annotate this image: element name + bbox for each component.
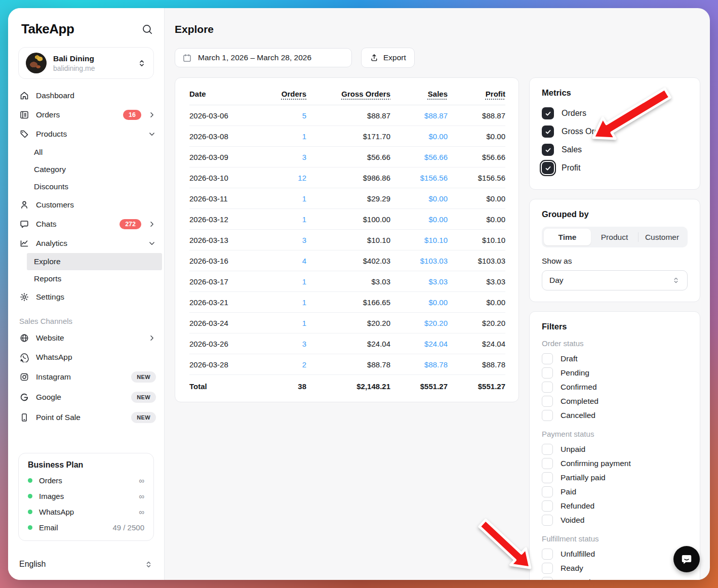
chevron-right-icon bbox=[148, 220, 156, 228]
cell-sales-link[interactable]: $0.00 bbox=[390, 292, 448, 313]
filter-option[interactable]: Paid bbox=[542, 485, 688, 498]
cell-sales-link[interactable]: $0.00 bbox=[390, 188, 448, 209]
checked-checkbox[interactable] bbox=[542, 144, 554, 156]
cell-sales-link[interactable]: $0.00 bbox=[390, 126, 448, 147]
channel-item-point-of-sale[interactable]: Point of Sale NEW bbox=[8, 407, 164, 428]
show-as-select[interactable]: Day bbox=[542, 270, 688, 290]
unchecked-checkbox[interactable] bbox=[542, 353, 553, 364]
metric-option-gross-orders[interactable]: Gross Orders bbox=[542, 123, 688, 140]
filter-option[interactable]: Confirming payment bbox=[542, 456, 688, 470]
sidebar-subitem-explore[interactable]: Explore bbox=[27, 253, 162, 270]
filter-option[interactable]: Draft bbox=[542, 352, 688, 365]
cell-orders-link[interactable]: 3 bbox=[260, 333, 306, 354]
cell-orders-link[interactable]: 2 bbox=[260, 354, 306, 375]
metric-option-orders[interactable]: Orders bbox=[542, 105, 688, 121]
cell-orders-link[interactable]: 5 bbox=[260, 105, 306, 126]
unchecked-checkbox[interactable] bbox=[542, 486, 553, 497]
filter-option[interactable]: Confirmed bbox=[542, 380, 688, 394]
fulfillment-status-group: Unfulfilled Ready In Transit bbox=[542, 547, 688, 580]
cell-orders-link[interactable]: 1 bbox=[260, 209, 306, 230]
cell-sales-link[interactable]: $20.20 bbox=[390, 313, 448, 333]
sidebar-item-analytics[interactable]: Analytics bbox=[8, 234, 164, 253]
cell-orders-link[interactable]: 3 bbox=[260, 230, 306, 250]
checked-checkbox[interactable] bbox=[542, 107, 554, 119]
filter-option[interactable]: In Transit bbox=[542, 575, 688, 580]
sidebar-subitem-category[interactable]: Category bbox=[8, 161, 164, 178]
export-button[interactable]: Export bbox=[361, 48, 415, 68]
cell-sales-link[interactable]: $103.03 bbox=[390, 250, 448, 271]
unchecked-checkbox[interactable] bbox=[542, 382, 553, 393]
unchecked-checkbox[interactable] bbox=[542, 549, 553, 560]
cell-sales-link[interactable]: $24.04 bbox=[390, 333, 448, 354]
cell-orders-link[interactable]: 12 bbox=[260, 167, 306, 188]
unchecked-checkbox[interactable] bbox=[542, 563, 553, 574]
cell-sales-link[interactable]: $88.78 bbox=[390, 354, 448, 375]
cell-orders-link[interactable]: 1 bbox=[260, 271, 306, 292]
cell-orders-link[interactable]: 1 bbox=[260, 292, 306, 313]
filter-option[interactable]: Partially paid bbox=[542, 471, 688, 484]
filter-option[interactable]: Completed bbox=[542, 394, 688, 408]
cell-sales-link[interactable]: $56.66 bbox=[390, 147, 448, 167]
filter-option[interactable]: Unfulfilled bbox=[542, 547, 688, 561]
cell-orders-link[interactable]: 3 bbox=[260, 147, 306, 167]
settings-column: Metrics Orders Gross Orders Sales bbox=[529, 77, 700, 580]
unchecked-checkbox[interactable] bbox=[542, 367, 553, 379]
filter-option[interactable]: Refunded bbox=[542, 499, 688, 513]
cell-orders-link[interactable]: 1 bbox=[260, 313, 306, 333]
filter-option[interactable]: Voided bbox=[542, 513, 688, 527]
language-selector[interactable]: English bbox=[8, 552, 164, 580]
search-icon[interactable] bbox=[142, 24, 153, 35]
sidebar-item-customers[interactable]: Customers bbox=[8, 195, 164, 215]
cell-sales-link[interactable]: $10.10 bbox=[390, 230, 448, 250]
chat-widget-button[interactable] bbox=[673, 546, 700, 572]
new-badge: NEW bbox=[131, 412, 156, 423]
cell-sales-link[interactable]: $3.03 bbox=[390, 271, 448, 292]
tab-customer[interactable]: Customer bbox=[639, 229, 686, 245]
filters-panel: Filters Order status Draft Pen bbox=[529, 311, 700, 580]
sidebar-subitem-reports[interactable]: Reports bbox=[8, 270, 164, 287]
filter-option[interactable]: Cancelled bbox=[542, 408, 688, 422]
cell-gross-orders: $3.03 bbox=[306, 271, 390, 292]
cell-sales-link[interactable]: $0.00 bbox=[390, 209, 448, 230]
unchecked-checkbox[interactable] bbox=[542, 458, 553, 469]
filter-option[interactable]: Ready bbox=[542, 561, 688, 575]
tab-product[interactable]: Product bbox=[591, 229, 638, 245]
channel-item-whatsapp[interactable]: WhatsApp bbox=[8, 348, 164, 367]
unchecked-checkbox[interactable] bbox=[542, 396, 553, 407]
date-range-picker[interactable]: March 1, 2026 – March 28, 2026 bbox=[175, 48, 352, 67]
cell-gross-orders: $88.87 bbox=[306, 105, 390, 126]
cell-orders-link[interactable]: 1 bbox=[260, 126, 306, 147]
sidebar-subitem-discounts[interactable]: Discounts bbox=[8, 178, 164, 195]
unchecked-checkbox[interactable] bbox=[542, 444, 553, 455]
cell-orders-link[interactable]: 1 bbox=[260, 188, 306, 209]
cell-orders-link[interactable]: 4 bbox=[260, 250, 306, 271]
column-header-sales[interactable]: Sales bbox=[390, 82, 448, 105]
filter-option[interactable]: Unpaid bbox=[542, 442, 688, 456]
unchecked-checkbox[interactable] bbox=[542, 472, 553, 483]
unchecked-checkbox[interactable] bbox=[542, 577, 553, 580]
sidebar-item-dashboard[interactable]: Dashboard bbox=[8, 86, 164, 105]
sidebar-item-orders[interactable]: Orders 16 bbox=[8, 105, 164, 124]
sidebar-item-chats[interactable]: Chats 272 bbox=[8, 215, 164, 234]
channel-item-instagram[interactable]: Instagram NEW bbox=[8, 367, 164, 387]
sidebar-item-products[interactable]: Products bbox=[8, 124, 164, 144]
filter-option[interactable]: Pending bbox=[542, 366, 688, 380]
checked-checkbox[interactable] bbox=[542, 125, 554, 138]
metric-option-profit[interactable]: Profit bbox=[542, 160, 688, 176]
column-header-gross-orders[interactable]: Gross Orders bbox=[306, 82, 390, 105]
column-header-profit[interactable]: Profit bbox=[448, 82, 505, 105]
cell-sales-link[interactable]: $156.56 bbox=[390, 167, 448, 188]
unchecked-checkbox[interactable] bbox=[542, 500, 553, 512]
cell-sales-link[interactable]: $88.87 bbox=[390, 105, 448, 126]
metric-option-sales[interactable]: Sales bbox=[542, 142, 688, 158]
tab-time[interactable]: Time bbox=[544, 229, 591, 245]
sidebar-item-settings[interactable]: Settings bbox=[8, 287, 164, 307]
unchecked-checkbox[interactable] bbox=[542, 410, 553, 421]
checked-checkbox-focused[interactable] bbox=[542, 162, 554, 174]
column-header-orders[interactable]: Orders bbox=[260, 82, 306, 105]
sidebar-subitem-all[interactable]: All bbox=[8, 144, 164, 161]
channel-item-google[interactable]: Google NEW bbox=[8, 387, 164, 407]
channel-item-website[interactable]: Website bbox=[8, 328, 164, 348]
workspace-switcher[interactable]: Bali Dining balidining.me bbox=[18, 47, 154, 79]
unchecked-checkbox[interactable] bbox=[542, 515, 553, 526]
